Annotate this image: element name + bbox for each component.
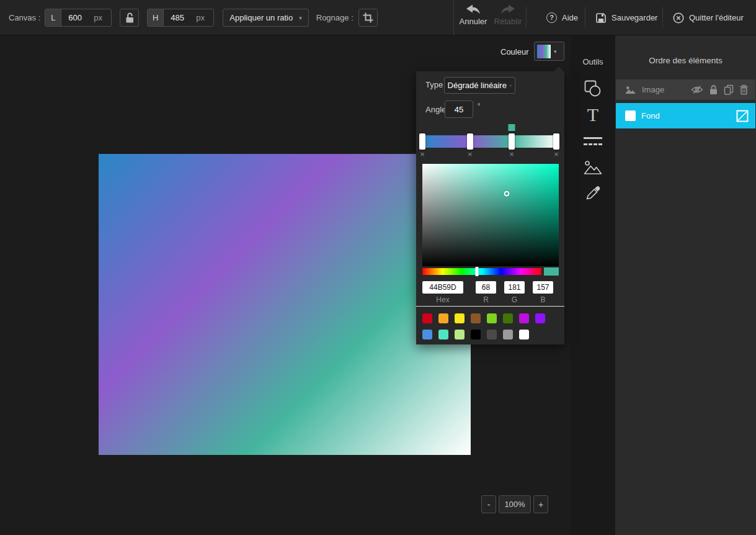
preset-color-swatch[interactable] <box>535 313 545 323</box>
zoom-in-button[interactable]: + <box>533 495 548 513</box>
ratio-dropdown[interactable]: Appliquer un ratio ▾ <box>223 9 308 27</box>
undo-button[interactable]: Annuler <box>457 4 489 26</box>
preset-color-swatch[interactable] <box>455 313 465 323</box>
layers-panel: Ordre des éléments Image <box>615 35 756 535</box>
image-tool-button[interactable] <box>584 160 603 175</box>
redo-button[interactable]: Rétablir <box>492 4 524 26</box>
hex-input[interactable]: 44B59D <box>422 281 463 294</box>
lock-ratio-button[interactable] <box>120 9 139 27</box>
exit-editor-label: Quitter l'éditeur <box>689 13 744 22</box>
color-label: Couleur <box>500 47 529 56</box>
topbar: Canvas : L 600 px H 485 px <box>0 0 756 35</box>
preset-color-swatch[interactable] <box>422 313 432 323</box>
crop-button[interactable] <box>358 9 378 27</box>
gradient-stop-handle[interactable] <box>419 133 425 150</box>
canvas-gradient-image[interactable] <box>99 154 471 455</box>
help-label: Aide <box>562 13 578 22</box>
fond-color-swatch <box>625 110 636 121</box>
close-circle-icon <box>673 12 684 24</box>
blue-input[interactable]: 157 <box>533 281 553 294</box>
eyedropper-icon <box>584 184 602 202</box>
preset-color-swatch[interactable] <box>471 330 481 339</box>
canvas-height-input[interactable]: 485 <box>164 13 196 22</box>
save-label: Sauvegarder <box>611 13 657 22</box>
gradient-stop-handle[interactable] <box>553 133 559 150</box>
width-prefix: L <box>45 9 61 26</box>
visibility-off-icon[interactable] <box>691 85 703 94</box>
remove-stop-button[interactable]: × <box>509 150 514 158</box>
lines-tool-button[interactable] <box>584 137 602 145</box>
unlock-icon <box>124 12 135 24</box>
hue-slider-handle[interactable] <box>476 267 479 276</box>
preset-color-swatch[interactable] <box>519 313 529 323</box>
exit-editor-button[interactable]: Quitter l'éditeur <box>673 0 744 35</box>
canvas-label: Canvas : <box>9 13 40 22</box>
lock-icon[interactable] <box>709 84 718 95</box>
preset-color-swatch[interactable] <box>471 313 481 323</box>
preset-color-swatch[interactable] <box>487 330 497 339</box>
layer-row-fond[interactable]: Fond <box>616 103 755 128</box>
gradient-type-dropdown[interactable]: Dégradé linéaire ▾ <box>444 77 515 94</box>
canvas-height-field[interactable]: H 485 px <box>147 9 214 27</box>
shapes-tool-button[interactable] <box>584 79 602 98</box>
gradient-preview-swatch <box>537 45 551 58</box>
layer-row-image[interactable]: Image <box>616 79 755 100</box>
preset-color-swatch[interactable] <box>455 330 465 339</box>
degree-symbol: ° <box>478 102 480 109</box>
trash-icon[interactable] <box>739 84 749 95</box>
green-label: G <box>504 295 525 304</box>
angle-input[interactable]: 45 <box>445 101 473 118</box>
type-label: Type <box>425 80 443 89</box>
layer-name: Fond <box>641 111 660 120</box>
preset-color-swatch[interactable] <box>438 330 448 339</box>
height-unit: px <box>196 13 213 22</box>
save-button[interactable]: Sauvegarder <box>595 0 657 35</box>
red-input[interactable]: 68 <box>476 281 496 294</box>
help-icon: ? <box>546 12 557 23</box>
gradient-stops-bar[interactable] <box>422 135 556 148</box>
chevron-down-icon: ▾ <box>554 48 557 55</box>
blue-label: B <box>533 295 553 304</box>
angle-label: Angle <box>425 105 446 114</box>
chevron-down-icon: ▾ <box>299 15 302 21</box>
remove-stop-button[interactable]: × <box>420 150 425 158</box>
chevron-down-icon: ▾ <box>509 83 512 89</box>
preset-color-swatch[interactable] <box>438 313 448 323</box>
diagonal-fill-icon[interactable] <box>736 110 749 122</box>
tools-sidebar: Outils T <box>571 35 615 535</box>
layer-name: Image <box>642 85 664 94</box>
canvas-width-input[interactable]: 600 <box>61 13 94 22</box>
remove-stop-button[interactable]: × <box>468 150 473 158</box>
preset-color-swatch[interactable] <box>422 330 432 339</box>
shapes-icon <box>584 79 602 98</box>
text-tool-icon: T <box>587 106 598 124</box>
hex-label: Hex <box>422 295 463 304</box>
width-unit: px <box>94 13 111 22</box>
save-icon <box>595 12 607 24</box>
canvas-workspace: Couleur ▾ - 100% + Type Dégradé linéaire… <box>0 35 571 535</box>
green-input[interactable]: 181 <box>504 281 525 294</box>
remove-stop-button[interactable]: × <box>554 150 559 158</box>
topbar-divider <box>526 7 527 28</box>
gradient-stop-handle[interactable] <box>467 133 473 150</box>
duplicate-icon[interactable] <box>724 84 734 95</box>
zoom-out-button[interactable]: - <box>481 495 496 513</box>
current-color-swatch <box>544 268 559 276</box>
preset-color-swatch[interactable] <box>503 313 513 323</box>
editor-window: Canvas : L 600 px H 485 px <box>0 0 756 535</box>
sv-cursor[interactable] <box>504 191 510 196</box>
topbar-divider <box>585 7 585 28</box>
hue-slider[interactable] <box>422 268 541 275</box>
gradient-stop-handle[interactable] <box>509 133 515 150</box>
help-button[interactable]: ? Aide <box>546 0 578 35</box>
image-layer-icon <box>625 86 636 94</box>
preset-color-swatch[interactable] <box>519 330 529 339</box>
text-tool-button[interactable]: T <box>587 106 598 124</box>
preset-color-swatch[interactable] <box>503 330 513 339</box>
eyedropper-tool-button[interactable] <box>584 184 602 202</box>
canvas-width-field[interactable]: L 600 px <box>45 9 112 27</box>
redo-icon <box>500 4 516 15</box>
preset-color-swatch[interactable] <box>487 313 497 323</box>
sv-field[interactable] <box>422 164 559 266</box>
color-swatch-dropdown[interactable]: ▾ <box>534 42 564 61</box>
